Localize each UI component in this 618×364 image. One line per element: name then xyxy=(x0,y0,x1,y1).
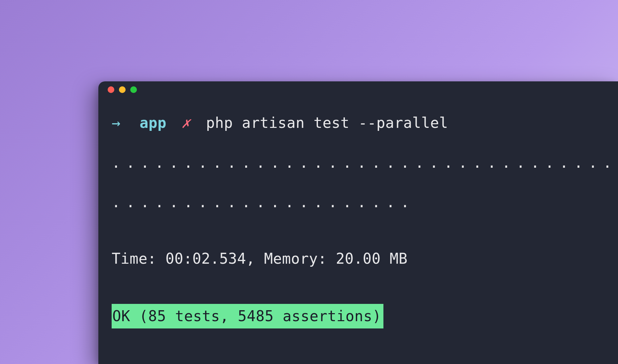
titlebar xyxy=(98,81,618,98)
result-badge: OK (85 tests, 5485 assertions) xyxy=(112,304,383,328)
prompt-command: php artisan test --parallel xyxy=(206,114,448,131)
terminal-window: → app ✗ php artisan test --parallel ....… xyxy=(98,81,618,364)
terminal-content[interactable]: → app ✗ php artisan test --parallel ....… xyxy=(98,98,618,328)
progress-dots-line-1: ........................................… xyxy=(112,151,605,174)
prompt-arrow-icon: → xyxy=(112,114,121,131)
prompt-cwd: app xyxy=(140,114,166,131)
progress-dots-line-2: ..................... xyxy=(112,191,605,214)
prompt-line: → app ✗ php artisan test --parallel xyxy=(112,111,605,135)
close-button[interactable] xyxy=(108,86,114,93)
maximize-button[interactable] xyxy=(130,86,137,93)
stats-line: Time: 00:02.534, Memory: 20.00 MB xyxy=(112,247,605,270)
prompt-git-status-icon: ✗ xyxy=(181,114,190,131)
result-line: OK (85 tests, 5485 assertions) xyxy=(112,304,383,328)
minimize-button[interactable] xyxy=(119,86,126,93)
